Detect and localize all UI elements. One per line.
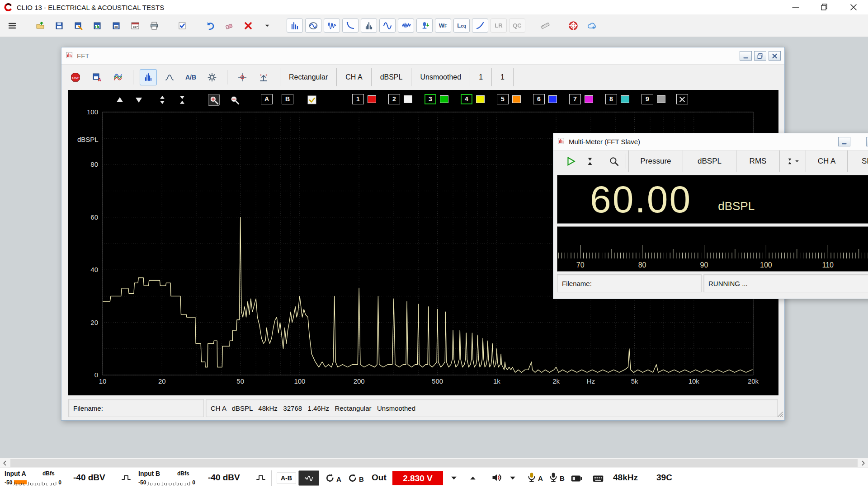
save-measurement-icon[interactable] xyxy=(51,18,67,34)
scale-selector[interactable]: SI xyxy=(847,150,868,172)
verify-check-icon[interactable] xyxy=(174,18,190,34)
scrollbar-thumb[interactable] xyxy=(10,459,858,467)
leq-tool-button[interactable]: Leq xyxy=(453,19,470,33)
output-down-button[interactable] xyxy=(449,474,458,484)
trace-2-color-swatch[interactable] xyxy=(404,95,412,103)
trace-6-color-swatch[interactable] xyxy=(548,95,557,103)
output-up-button[interactable] xyxy=(468,474,477,484)
trace-4-button[interactable]: 4 xyxy=(461,94,472,104)
zoom-in-button[interactable] xyxy=(208,94,220,106)
sinusoidal-icon[interactable] xyxy=(379,19,396,33)
trace-7-color-swatch[interactable] xyxy=(585,95,593,103)
marker-checkbox[interactable] xyxy=(306,94,318,106)
overlay-b-button[interactable]: B xyxy=(282,94,293,104)
ab-compare-button[interactable]: A/B xyxy=(182,69,199,85)
trace-5-color-swatch[interactable] xyxy=(512,95,521,103)
meter-hold-button[interactable] xyxy=(580,150,599,172)
marker-icon[interactable] xyxy=(234,69,251,85)
settings-gear-icon[interactable] xyxy=(203,69,221,85)
cloud-icon[interactable] xyxy=(584,18,600,34)
transient-icon[interactable] xyxy=(324,19,340,33)
fft-selector-2[interactable]: dBSPL xyxy=(371,68,411,86)
input-b-sensitivity-button[interactable]: -40 dBV xyxy=(208,473,240,483)
detector-selector[interactable]: RMS xyxy=(736,150,779,172)
generator-menu-caret[interactable] xyxy=(508,474,517,484)
trace-1-button[interactable]: 1 xyxy=(352,94,364,104)
spectrum-icon[interactable] xyxy=(361,19,377,33)
trace-3-button[interactable]: 3 xyxy=(425,94,436,104)
multimeter-titlebar[interactable]: Multi-Meter (FFT Slave) xyxy=(553,133,868,150)
overlay-a-button[interactable]: A xyxy=(261,94,273,104)
trace-3-color-swatch[interactable] xyxy=(440,95,448,103)
scale-up-button[interactable] xyxy=(114,94,126,106)
sweep-icon[interactable] xyxy=(472,19,488,33)
meter-compress-button[interactable] xyxy=(779,150,806,172)
scale-down-button[interactable] xyxy=(133,94,145,106)
oscilloscope-icon[interactable] xyxy=(305,19,321,33)
horizontal-scrollbar[interactable] xyxy=(0,458,868,468)
waterfall-tool-button[interactable]: WF xyxy=(435,19,451,33)
trace-5-button[interactable]: 5 xyxy=(497,94,509,104)
fft-selector-1[interactable]: CH A xyxy=(336,68,371,86)
ab-difference-button[interactable]: A-B xyxy=(277,472,296,484)
multimeter-minimize-button[interactable] xyxy=(838,137,850,146)
input-a-range-icon[interactable] xyxy=(120,473,132,484)
expand-scale-button[interactable] xyxy=(156,94,168,106)
waterfall-icon[interactable] xyxy=(109,69,127,85)
fft-selector-3[interactable]: Unsmoothed xyxy=(411,68,470,86)
resize-grip[interactable] xyxy=(777,411,783,419)
pressure-selector[interactable]: Pressure xyxy=(628,150,683,172)
open-measurement-icon[interactable] xyxy=(32,18,48,34)
trace-9-color-swatch[interactable] xyxy=(657,95,665,103)
trace-6-button[interactable]: 6 xyxy=(533,94,545,104)
save-as-icon[interactable] xyxy=(70,18,86,34)
fft-restore-button[interactable] xyxy=(754,51,766,61)
menu-icon[interactable] xyxy=(4,18,20,34)
trace-9-button[interactable]: 9 xyxy=(642,94,653,104)
trace-8-button[interactable]: 8 xyxy=(605,94,617,104)
delete-caret-icon[interactable] xyxy=(259,18,275,34)
undo-icon[interactable] xyxy=(202,18,218,34)
input-a-sensitivity-button[interactable]: -40 dBV xyxy=(73,473,105,483)
traces-close-button[interactable] xyxy=(676,94,688,104)
export-data-icon[interactable] xyxy=(108,18,124,34)
generator-waveform-button[interactable] xyxy=(298,470,319,486)
zoom-out-button[interactable] xyxy=(229,94,241,106)
erase-icon[interactable] xyxy=(221,18,237,34)
trace-4-color-swatch[interactable] xyxy=(476,95,485,103)
trace-7-button[interactable]: 7 xyxy=(569,94,581,104)
app-titlebar[interactable]: CLIO 13 - ELECTRICAL & ACOUSTICAL TESTS xyxy=(0,0,868,14)
save-trace-icon[interactable]: A xyxy=(88,69,105,85)
output-level-display[interactable]: 2.830 V xyxy=(392,471,443,485)
meter-start-button[interactable] xyxy=(561,150,580,172)
peak-hold-icon[interactable] xyxy=(255,69,272,85)
stop-button[interactable]: STOP xyxy=(67,69,84,85)
print-icon[interactable] xyxy=(146,18,162,34)
generator-output-button[interactable] xyxy=(491,472,503,485)
fft-minimize-button[interactable] xyxy=(740,51,752,61)
distribution-view-icon[interactable] xyxy=(161,69,178,85)
battery-icon[interactable] xyxy=(570,473,583,486)
unit-selector[interactable]: dBSPL xyxy=(683,150,736,172)
decay-icon[interactable] xyxy=(342,19,359,33)
mic-level-icon[interactable] xyxy=(416,19,433,33)
scroll-right-button[interactable] xyxy=(858,458,868,468)
minimize-button[interactable] xyxy=(781,0,810,14)
fft-analyzer-icon[interactable] xyxy=(287,19,303,33)
loop-b-button[interactable]: B xyxy=(347,473,364,485)
autosave-icon[interactable] xyxy=(127,18,143,34)
meter-zoom-button[interactable] xyxy=(604,150,623,172)
loop-a-button[interactable]: A xyxy=(325,473,341,485)
mic-b-button[interactable]: B xyxy=(548,471,565,485)
restore-button[interactable] xyxy=(810,0,839,14)
ruler-icon[interactable] xyxy=(537,18,553,34)
mic-a-button[interactable]: A xyxy=(526,471,543,485)
help-icon[interactable] xyxy=(565,18,581,34)
channel-selector[interactable]: CH A xyxy=(806,150,847,172)
bars-view-icon[interactable] xyxy=(140,69,157,85)
compress-scale-button[interactable] xyxy=(176,94,188,106)
fft-selector-0[interactable]: Rectangular xyxy=(280,68,336,86)
export-graphics-icon[interactable] xyxy=(89,18,105,34)
sample-rate-indicator[interactable]: 48kHz xyxy=(613,473,638,483)
fft-close-button[interactable] xyxy=(769,51,781,61)
